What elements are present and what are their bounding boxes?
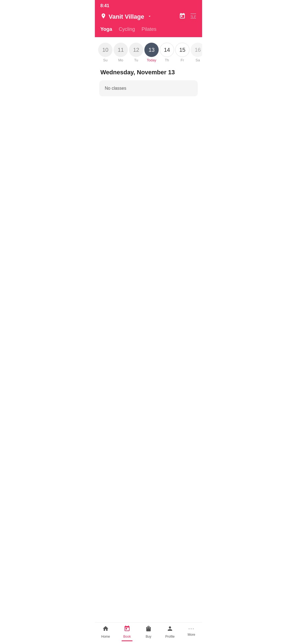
no-classes-message: No classes xyxy=(105,86,126,91)
date-circle-15: 15 xyxy=(175,43,189,57)
date-day-fr: Fr xyxy=(181,58,184,62)
date-day-tu: Tu xyxy=(134,58,138,62)
status-bar: 8:41 xyxy=(95,0,202,10)
date-item-12[interactable]: 12 Tu xyxy=(129,43,143,62)
filter-icon[interactable] xyxy=(190,13,197,21)
date-day-mo: Mo xyxy=(118,58,123,62)
chevron-down-icon xyxy=(147,14,152,20)
date-circle-16: 16 xyxy=(191,43,202,57)
date-day-today: Today xyxy=(147,58,156,62)
status-time: 8:41 xyxy=(100,3,109,8)
date-item-15[interactable]: 15 Fr xyxy=(175,43,189,62)
date-circle-11: 11 xyxy=(114,43,128,57)
location-selector[interactable]: Vanit Village xyxy=(100,13,152,21)
location-pin-icon xyxy=(100,13,106,21)
app-header: Vanit Village xyxy=(95,10,202,25)
date-day-th: Th xyxy=(165,58,169,62)
tab-cycling[interactable]: Cycling xyxy=(119,26,135,33)
date-item-14[interactable]: 14 Th xyxy=(160,43,174,62)
date-picker: 10 Su 11 Mo 12 Tu 13 Today 14 Th 15 Fr 1… xyxy=(95,37,202,66)
date-day-sa: Sa xyxy=(196,58,200,62)
tab-pilates[interactable]: Pilates xyxy=(142,26,156,33)
date-item-11[interactable]: 11 Mo xyxy=(114,43,128,62)
no-classes-card: No classes xyxy=(99,80,198,96)
date-item-13[interactable]: 13 Today xyxy=(144,43,159,62)
category-tabs: Yoga Cycling Pilates xyxy=(95,25,202,37)
date-item-16[interactable]: 16 Sa xyxy=(191,43,202,62)
date-circle-10: 10 xyxy=(98,43,112,57)
date-circle-12: 12 xyxy=(129,43,143,57)
date-day-su: Su xyxy=(103,58,108,62)
date-item-10[interactable]: 10 Su xyxy=(98,43,112,62)
date-circle-13: 13 xyxy=(144,43,159,57)
location-name: Vanit Village xyxy=(109,13,144,20)
calendar-icon[interactable] xyxy=(179,13,186,21)
selected-date-heading: Wednesday, November 13 xyxy=(95,66,202,80)
tab-yoga[interactable]: Yoga xyxy=(100,26,112,33)
date-circle-14: 14 xyxy=(160,43,174,57)
header-actions xyxy=(179,13,197,21)
